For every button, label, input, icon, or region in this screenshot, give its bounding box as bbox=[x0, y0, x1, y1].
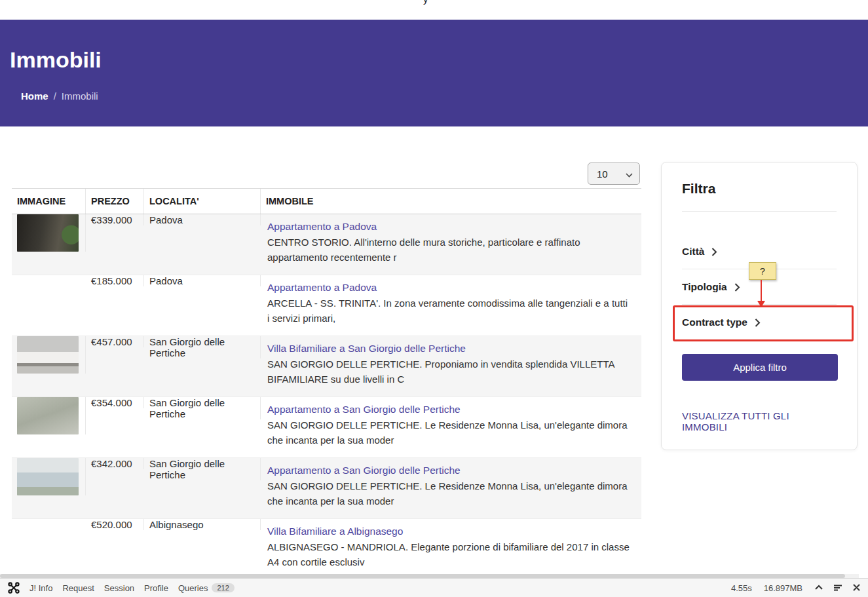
table-row: €354.000 San Giorgio delle Pertiche Appa… bbox=[12, 397, 641, 458]
property-link[interactable]: Appartamento a San Giorgio delle Pertich… bbox=[267, 465, 461, 476]
breadcrumb-separator: / bbox=[54, 90, 56, 102]
column-header-prezzo: PREZZO bbox=[86, 189, 144, 214]
view-all-properties-link[interactable]: VISUALIZZA TUTTI GLI IMMOBILI bbox=[682, 410, 837, 433]
debug-bar: J! Info Request Session Profile Queries … bbox=[0, 578, 868, 597]
property-description: ALBIGNASEGO - MANDRIOLA. Elegante porzio… bbox=[267, 539, 630, 570]
price-value: €185.000 bbox=[86, 275, 144, 286]
column-header-localita: LOCALITA' bbox=[144, 189, 261, 214]
property-description: SAN GIORGIO DELLE PERTICHE. Proponiamo i… bbox=[267, 356, 630, 387]
table-header-row: IMMAGINE PREZZO LOCALITA' IMMOBILE bbox=[12, 188, 641, 214]
property-thumbnail bbox=[17, 214, 79, 252]
property-description: CENTRO STORIO. All'interno delle mura st… bbox=[267, 235, 630, 265]
breadcrumb-current: Immobili bbox=[62, 90, 98, 102]
page-header: Immobili Home / Immobili bbox=[0, 20, 868, 126]
debug-queries-label: Queries bbox=[178, 583, 208, 593]
annotation-tooltip: ? bbox=[749, 262, 776, 280]
property-thumbnail bbox=[17, 397, 79, 434]
page-title: Immobili bbox=[10, 47, 102, 73]
price-value: €339.000 bbox=[86, 214, 144, 225]
joomla-logo-icon bbox=[8, 582, 20, 594]
debug-tab-profile[interactable]: Profile bbox=[144, 583, 168, 593]
annotation-arrow-line bbox=[761, 280, 762, 301]
apply-filter-button[interactable]: Applica filtro bbox=[682, 354, 838, 381]
filter-item-label: Contract type bbox=[682, 317, 747, 328]
location-value: Albignasego bbox=[144, 519, 261, 530]
property-description: SAN GIORGIO DELLE PERTICHE. Le Residenze… bbox=[267, 417, 630, 448]
column-header-immagine: IMMAGINE bbox=[12, 189, 86, 214]
filter-item-label: Città bbox=[682, 246, 704, 258]
chevron-right-icon bbox=[711, 247, 717, 256]
cutoff-text-fragment: y bbox=[423, 0, 428, 5]
debug-tab-queries[interactable]: Queries 212 bbox=[178, 583, 235, 593]
list-icon[interactable] bbox=[833, 583, 842, 592]
property-thumbnail bbox=[17, 458, 79, 495]
location-value: Padova bbox=[144, 275, 261, 286]
filter-item-contract-type[interactable]: Contract type bbox=[682, 305, 837, 340]
property-link[interactable]: Appartamento a San Giorgio delle Pertich… bbox=[267, 404, 461, 415]
property-thumbnail bbox=[17, 336, 79, 374]
close-icon[interactable] bbox=[852, 583, 861, 592]
price-value: €342.000 bbox=[86, 458, 144, 469]
location-value: San Giorgio delle Pertiche bbox=[144, 336, 261, 358]
location-value: Padova bbox=[144, 214, 261, 225]
table-row: €185.000 Padova Appartamento a Padova AR… bbox=[12, 275, 641, 336]
per-page-value: 10 bbox=[597, 168, 608, 180]
filter-item-label: Tipologia bbox=[682, 281, 727, 293]
column-header-immobile: IMMOBILE bbox=[261, 189, 641, 214]
property-description: ARCELLA - SS. TRINITA'. In zona verament… bbox=[267, 296, 630, 326]
property-link[interactable]: Appartamento a Padova bbox=[267, 282, 377, 294]
queries-count-badge: 212 bbox=[212, 583, 234, 592]
location-value: San Giorgio delle Pertiche bbox=[144, 397, 261, 419]
annotation-arrowhead bbox=[757, 301, 765, 307]
debug-tab-session[interactable]: Session bbox=[104, 583, 134, 593]
property-link[interactable]: Villa Bifamiliare a Albignasego bbox=[267, 526, 403, 537]
property-link[interactable]: Appartamento a Padova bbox=[267, 221, 377, 233]
debug-tab-request[interactable]: Request bbox=[62, 583, 94, 593]
price-value: €520.000 bbox=[86, 519, 144, 530]
table-row: €520.000 Albignasego Villa Bifamiliare a… bbox=[12, 519, 641, 580]
property-link[interactable]: Villa Bifamiliare a San Giorgio delle Pe… bbox=[267, 343, 466, 355]
per-page-select[interactable]: 10 bbox=[588, 163, 640, 185]
property-description: SAN GIORGIO DELLE PERTICHE. Le Residenze… bbox=[267, 478, 630, 509]
chevron-right-icon bbox=[755, 318, 761, 326]
price-value: €354.000 bbox=[86, 397, 144, 408]
top-strip: y bbox=[0, 0, 868, 20]
debug-memory: 16.897MB bbox=[764, 583, 802, 593]
debug-time: 4.55s bbox=[731, 583, 752, 593]
chevron-down-icon bbox=[626, 168, 633, 180]
location-value: San Giorgio delle Pertiche bbox=[144, 458, 261, 480]
chevron-up-icon[interactable] bbox=[814, 583, 823, 592]
table-row: €457.000 San Giorgio delle Pertiche Vill… bbox=[12, 336, 641, 397]
properties-table: IMMAGINE PREZZO LOCALITA' IMMOBILE €339.… bbox=[12, 188, 641, 580]
chevron-right-icon bbox=[734, 282, 740, 291]
breadcrumb-home-link[interactable]: Home bbox=[21, 90, 48, 102]
table-row: €339.000 Padova Appartamento a Padova CE… bbox=[12, 214, 641, 275]
filter-title: Filtra bbox=[682, 181, 837, 197]
price-value: €457.000 bbox=[86, 336, 144, 347]
divider bbox=[682, 211, 837, 212]
debug-tab-jinfo[interactable]: J! Info bbox=[29, 583, 52, 593]
breadcrumb: Home / Immobili bbox=[21, 90, 98, 102]
filter-accordion: Città Tipologia Contract type bbox=[682, 234, 837, 340]
table-row: €342.000 San Giorgio delle Pertiche Appa… bbox=[12, 458, 641, 519]
